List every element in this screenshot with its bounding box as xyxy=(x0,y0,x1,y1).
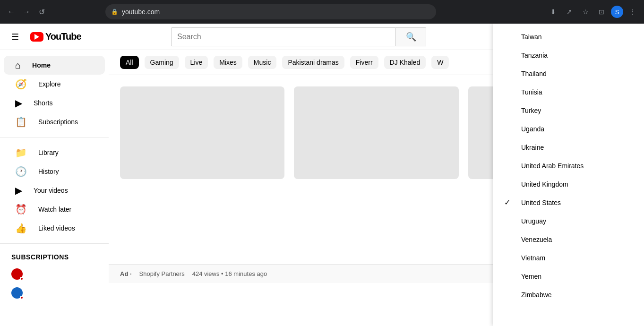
country-item-thailand[interactable]: ✓Thailand xyxy=(493,64,644,83)
country-name-tunisia: Tunisia xyxy=(521,88,633,96)
watch-later-icon: ⏰ xyxy=(15,204,27,215)
country-name-zimbabwe: Zimbabwe xyxy=(521,291,633,299)
sidebar-label-shorts: Shorts xyxy=(34,99,52,107)
country-name-uganda: Uganda xyxy=(521,125,633,133)
sidebar-divider-2 xyxy=(0,243,109,244)
chip-mixes[interactable]: Mixes xyxy=(214,56,242,69)
sidebar-item-watch-later[interactable]: ⏰Watch later xyxy=(4,200,105,219)
country-item-us[interactable]: ✓United States xyxy=(493,193,644,212)
back-button[interactable]: ← xyxy=(5,5,18,18)
country-name-us: United States xyxy=(521,199,633,206)
country-item-uae[interactable]: ✓United Arab Emirates xyxy=(493,156,644,175)
country-item-ukraine[interactable]: ✓Ukraine xyxy=(493,138,644,156)
menu-dots-icon[interactable]: ⋮ xyxy=(626,5,639,18)
country-dropdown: ✓Taiwan✓Tanzania✓Thailand✓Tunisia✓Turkey… xyxy=(493,50,644,326)
chip-music[interactable]: Music xyxy=(248,56,277,69)
sub-dot-2 xyxy=(20,296,24,300)
chip-gaming[interactable]: Gaming xyxy=(145,56,179,69)
chip-w[interactable]: W xyxy=(431,56,449,69)
subscriptions-icon: 📋 xyxy=(15,116,27,128)
country-name-uk: United Kingdom xyxy=(521,180,633,188)
search-button[interactable]: 🔍 xyxy=(396,27,426,46)
sidebar-item-home[interactable]: ⌂Home xyxy=(4,56,105,75)
country-item-tunisia[interactable]: ✓Tunisia xyxy=(493,83,644,101)
subscription-item-1[interactable] xyxy=(0,265,109,283)
sidebar-item-history[interactable]: 🕐History xyxy=(4,162,105,181)
country-item-uk[interactable]: ✓United Kingdom xyxy=(493,175,644,193)
country-name-venezuela: Venezuela xyxy=(521,236,633,243)
sidebar-label-your-videos: Your videos xyxy=(34,187,68,194)
shorts-icon: ▶ xyxy=(15,97,22,109)
sub-avatar-2 xyxy=(11,287,23,299)
country-name-tanzania: Tanzania xyxy=(521,51,633,59)
country-item-zimbabwe[interactable]: ✓Zimbabwe xyxy=(493,285,644,304)
browser-chrome: ← → ↺ 🔒 youtube.com ⬇ ↗ ☆ ⊡ S ⋮ xyxy=(0,0,644,24)
sub-dot-1 xyxy=(20,277,24,281)
hamburger-menu-button[interactable]: ☰ xyxy=(8,28,23,46)
youtube-logo-text: YouTube xyxy=(45,31,81,42)
sub-avatar-1 xyxy=(11,268,23,280)
sidebar-item-library[interactable]: 📁Library xyxy=(4,143,105,162)
extension-icon[interactable]: ⊡ xyxy=(595,5,608,18)
address-bar[interactable]: 🔒 youtube.com xyxy=(105,4,436,19)
browser-actions: ⬇ ↗ ☆ ⊡ S ⋮ xyxy=(547,5,639,18)
sidebar-label-watch-later: Watch later xyxy=(38,206,71,213)
video-item-1 xyxy=(120,86,284,253)
ad-label: Ad · xyxy=(120,270,132,277)
explore-icon: 🧭 xyxy=(15,78,27,90)
library-icon: 📁 xyxy=(15,147,27,158)
sidebar-label-home: Home xyxy=(32,61,51,69)
country-name-thailand: Thailand xyxy=(521,70,633,77)
sidebar-item-shorts[interactable]: ▶Shorts xyxy=(4,94,105,112)
chip-dj-khaled[interactable]: DJ Khaled xyxy=(384,56,426,69)
sidebar-item-liked-videos[interactable]: 👍Liked videos xyxy=(4,219,105,238)
ad-views: 424 views • 16 minutes ago xyxy=(192,270,267,277)
lock-icon: 🔒 xyxy=(111,9,118,15)
history-icon: 🕐 xyxy=(15,166,27,177)
video-item-2 xyxy=(294,86,458,253)
search-input[interactable] xyxy=(177,33,390,41)
search-container: 🔍 xyxy=(171,27,426,46)
search-input-wrapper[interactable] xyxy=(171,27,396,46)
youtube-logo[interactable]: YouTube xyxy=(30,31,81,42)
country-item-turkey[interactable]: ✓Turkey xyxy=(493,101,644,120)
share-icon[interactable]: ↗ xyxy=(563,5,576,18)
download-icon[interactable]: ⬇ xyxy=(547,5,560,18)
chip-all[interactable]: All xyxy=(120,56,139,69)
chip-fiverr[interactable]: Fiverr xyxy=(350,56,378,69)
country-item-uganda[interactable]: ✓Uganda xyxy=(493,120,644,138)
sidebar-label-library: Library xyxy=(38,149,59,156)
forward-button[interactable]: → xyxy=(20,5,33,18)
subscription-item-2[interactable] xyxy=(0,283,109,302)
country-item-tanzania[interactable]: ✓Tanzania xyxy=(493,50,644,64)
chip-pakistani-dramas[interactable]: Pakistani dramas xyxy=(282,56,344,69)
url-text: youtube.com xyxy=(122,8,160,16)
sidebar-label-history: History xyxy=(38,168,59,175)
country-name-turkey: Turkey xyxy=(521,107,633,114)
video-thumbnail-1 xyxy=(120,86,284,179)
country-name-uruguay: Uruguay xyxy=(521,217,633,225)
bookmark-icon[interactable]: ☆ xyxy=(579,5,592,18)
country-name-ukraine: Ukraine xyxy=(521,144,633,151)
home-icon: ⌂ xyxy=(15,60,21,71)
country-item-uruguay[interactable]: ✓Uruguay xyxy=(493,212,644,230)
country-item-vietnam[interactable]: ✓Vietnam xyxy=(493,249,644,267)
sidebar-item-your-videos[interactable]: ▶Your videos xyxy=(4,181,105,200)
your-videos-icon: ▶ xyxy=(15,185,22,196)
chip-live[interactable]: Live xyxy=(185,56,208,69)
sidebar-label-explore: Explore xyxy=(38,80,60,88)
reload-button[interactable]: ↺ xyxy=(35,5,48,18)
sidebar-label-liked-videos: Liked videos xyxy=(38,224,75,232)
country-item-venezuela[interactable]: ✓Venezuela xyxy=(493,230,644,249)
country-name-yemen: Yemen xyxy=(521,273,633,280)
browser-profile[interactable]: S xyxy=(611,6,623,18)
subscriptions-title: SUBSCRIPTIONS xyxy=(0,249,109,265)
sidebar-divider-1 xyxy=(0,137,109,137)
sidebar-item-subscriptions[interactable]: 📋Subscriptions xyxy=(4,112,105,131)
youtube-main: ⌂Home🧭Explore▶Shorts📋Subscriptions 📁Libr… xyxy=(0,50,644,326)
country-item-yemen[interactable]: ✓Yemen xyxy=(493,267,644,285)
ad-advertiser: Shopify Partners xyxy=(139,270,185,277)
sidebar-item-explore[interactable]: 🧭Explore xyxy=(4,75,105,94)
sidebar: ⌂Home🧭Explore▶Shorts📋Subscriptions 📁Libr… xyxy=(0,50,109,326)
country-name-vietnam: Vietnam xyxy=(521,254,633,262)
